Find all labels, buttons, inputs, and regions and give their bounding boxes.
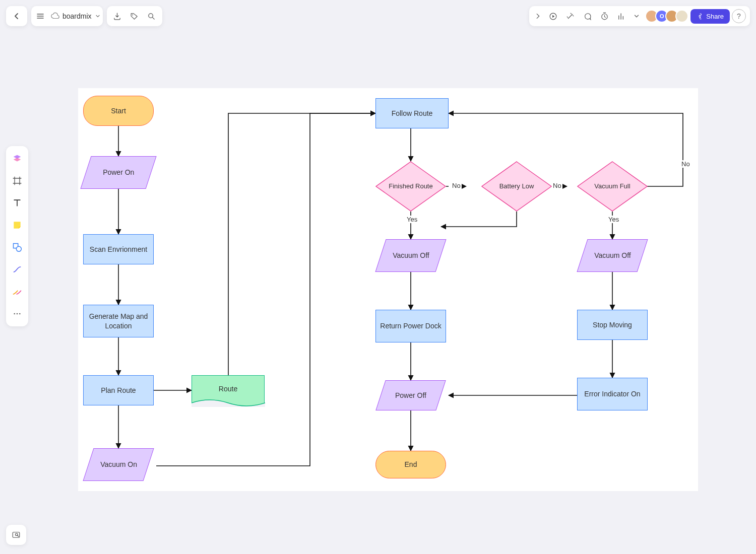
download-icon bbox=[113, 12, 121, 21]
more-tools[interactable] bbox=[9, 305, 26, 322]
chevron-down-icon bbox=[95, 13, 101, 19]
edge-label-yes: Yes bbox=[607, 216, 620, 223]
node-finished-route[interactable]: Finished Route bbox=[375, 161, 446, 212]
node-plan-route[interactable]: Plan Route bbox=[83, 375, 154, 405]
node-label: Generate Map and Location bbox=[88, 312, 149, 330]
minimap-button[interactable] bbox=[6, 525, 26, 545]
comment-icon bbox=[583, 12, 592, 21]
pen-tool[interactable] bbox=[9, 283, 26, 300]
tool-tray bbox=[6, 146, 28, 326]
node-start[interactable]: Start bbox=[83, 96, 154, 126]
sticky-tool[interactable] bbox=[9, 217, 26, 234]
search-button[interactable] bbox=[143, 8, 160, 25]
node-label: Scan Envrionment bbox=[90, 245, 147, 254]
share-label: Share bbox=[706, 13, 724, 20]
comment-button[interactable] bbox=[579, 8, 596, 25]
node-label: Follow Route bbox=[392, 109, 433, 118]
node-gen-map[interactable]: Generate Map and Location bbox=[83, 305, 154, 337]
templates-tool[interactable] bbox=[9, 150, 26, 167]
actions-group bbox=[107, 6, 162, 26]
node-label: Error Indicator On bbox=[584, 389, 640, 398]
svg-point-1 bbox=[149, 13, 153, 17]
canvas[interactable]: Start Power On Scan Envrionment Generate… bbox=[78, 88, 698, 491]
svg-point-7 bbox=[17, 313, 18, 315]
back-button[interactable] bbox=[8, 8, 25, 25]
play-icon bbox=[549, 12, 557, 21]
node-end[interactable]: End bbox=[375, 451, 446, 478]
chart-button[interactable] bbox=[613, 8, 630, 25]
brand-group: boardmix bbox=[31, 6, 103, 26]
text-icon bbox=[12, 198, 22, 208]
back-group bbox=[6, 6, 27, 26]
chevron-left-icon bbox=[13, 12, 21, 20]
minimap-icon bbox=[12, 530, 21, 539]
tag-button[interactable] bbox=[126, 8, 143, 25]
sparkle-icon bbox=[566, 12, 575, 21]
share-button[interactable]: Share bbox=[690, 9, 730, 24]
topbar-left: boardmix bbox=[6, 6, 162, 26]
node-vacuum-off-1[interactable]: Vacuum Off bbox=[375, 239, 446, 272]
node-label: Plan Route bbox=[101, 386, 136, 395]
avatar[interactable] bbox=[675, 10, 688, 23]
frame-tool[interactable] bbox=[9, 172, 26, 189]
sticky-icon bbox=[12, 220, 22, 230]
node-label: Route bbox=[219, 385, 237, 393]
frame-icon bbox=[12, 176, 22, 186]
node-follow-route[interactable]: Follow Route bbox=[375, 98, 449, 128]
svg-point-6 bbox=[14, 313, 15, 315]
sparkle-button[interactable] bbox=[561, 8, 579, 25]
node-label: Return Power Dock bbox=[380, 321, 441, 330]
svg-point-0 bbox=[132, 14, 133, 15]
node-vacuum-off-2[interactable]: Vacuum Off bbox=[577, 239, 648, 272]
topbar-right-group: O Share ? bbox=[529, 6, 750, 26]
node-label: Start bbox=[111, 106, 126, 115]
edge-label-yes: Yes bbox=[406, 216, 418, 223]
templates-icon bbox=[12, 153, 23, 164]
node-label: Vacuum Off bbox=[393, 251, 429, 260]
node-label: Power On bbox=[103, 168, 134, 177]
help-icon: ? bbox=[737, 12, 741, 20]
play-button[interactable] bbox=[544, 8, 561, 25]
download-button[interactable] bbox=[109, 8, 126, 25]
node-power-off[interactable]: Power Off bbox=[375, 380, 446, 410]
node-label: Vacuum Full bbox=[594, 182, 630, 190]
connector-tool[interactable] bbox=[9, 261, 26, 278]
expand-button[interactable] bbox=[531, 8, 544, 25]
shape-icon bbox=[12, 242, 22, 252]
node-route[interactable]: Route bbox=[192, 375, 265, 406]
chevron-down-icon bbox=[633, 13, 640, 20]
node-power-on[interactable]: Power On bbox=[80, 156, 156, 189]
topbar-right: O Share ? bbox=[529, 6, 750, 26]
node-vacuum-on[interactable]: Vacuum On bbox=[83, 448, 154, 481]
avatar-stack[interactable]: O bbox=[643, 10, 688, 23]
help-button[interactable]: ? bbox=[732, 9, 746, 23]
text-tool[interactable] bbox=[9, 194, 26, 212]
svg-point-10 bbox=[16, 533, 18, 536]
more-toolbar-button[interactable] bbox=[630, 8, 643, 25]
node-label: Vacuum On bbox=[100, 460, 137, 469]
node-return-dock[interactable]: Return Power Dock bbox=[375, 310, 446, 342]
node-label: Battery Low bbox=[499, 182, 534, 190]
tag-icon bbox=[130, 12, 139, 21]
timer-button[interactable] bbox=[596, 8, 613, 25]
menu-icon bbox=[36, 12, 44, 20]
shape-tool[interactable] bbox=[9, 239, 26, 256]
node-label: Vacuum Off bbox=[594, 251, 631, 260]
cloud-sync-icon bbox=[50, 12, 59, 21]
dots-icon bbox=[13, 309, 22, 318]
edge-label-no: No bbox=[680, 160, 691, 168]
edge-label-no: No bbox=[451, 182, 462, 189]
node-label: End bbox=[405, 460, 417, 469]
chart-icon bbox=[617, 12, 626, 21]
menu-button[interactable] bbox=[33, 8, 47, 25]
share-icon bbox=[697, 13, 703, 20]
node-scan-env[interactable]: Scan Envrionment bbox=[83, 234, 154, 264]
node-label: Power Off bbox=[395, 391, 426, 400]
svg-point-8 bbox=[19, 313, 21, 315]
chevron-right-icon bbox=[534, 13, 541, 20]
node-vacuum-full[interactable]: Vacuum Full bbox=[577, 161, 648, 212]
connector-icon bbox=[12, 264, 22, 274]
node-stop-moving[interactable]: Stop Moving bbox=[577, 310, 648, 340]
node-battery-low[interactable]: Battery Low bbox=[481, 161, 552, 212]
node-error-indicator[interactable]: Error Indicator On bbox=[577, 378, 648, 410]
